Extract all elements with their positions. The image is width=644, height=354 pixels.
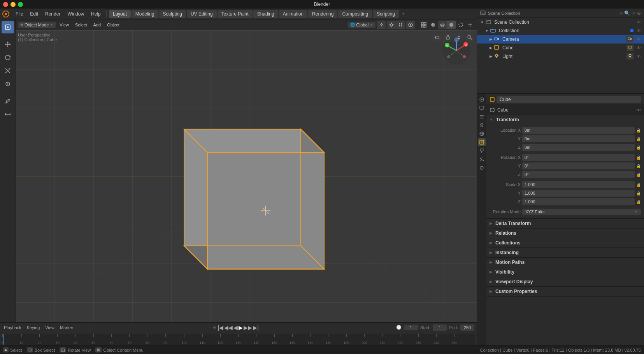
object-name-input[interactable] <box>497 96 641 103</box>
current-frame-input[interactable] <box>404 325 418 330</box>
scale-x-lock[interactable]: 🔒 <box>636 183 641 187</box>
keying-menu[interactable]: Keying <box>25 325 42 330</box>
tool-scale[interactable] <box>2 65 14 77</box>
location-y-input[interactable] <box>522 135 635 142</box>
relations-header[interactable]: ▶ Relations <box>486 228 644 238</box>
workspace-shading[interactable]: Shading <box>253 10 278 18</box>
shader-icon[interactable] <box>429 21 437 29</box>
zoom-search-icon[interactable] <box>465 33 474 42</box>
tool-transform[interactable] <box>2 78 14 90</box>
tool-annotate[interactable] <box>2 95 14 107</box>
select-menu[interactable]: Select <box>73 22 89 28</box>
end-frame-input[interactable] <box>460 324 474 331</box>
workspace-animation[interactable]: Animation <box>279 10 307 18</box>
tool-move[interactable] <box>2 38 14 51</box>
outliner-new-icon[interactable]: ⊕ <box>637 10 641 16</box>
delta-transform-header[interactable]: ▶ Delta Transform <box>486 219 644 228</box>
menu-window[interactable]: Window <box>64 10 87 18</box>
instancing-header[interactable]: ▶ Instancing <box>486 248 644 257</box>
mode-selector[interactable]: ⊕ Object Mode ▼ <box>18 22 56 28</box>
rotation-z-lock[interactable]: 🔒 <box>636 173 641 177</box>
props-view-layer-icon[interactable] <box>478 113 486 120</box>
start-frame-input[interactable] <box>433 324 447 331</box>
outliner-light[interactable]: ▶ Light 👁 <box>477 52 644 61</box>
rotation-x-input[interactable] <box>522 154 635 161</box>
rotation-y-lock[interactable]: 🔒 <box>636 164 641 168</box>
view-menu[interactable]: View <box>57 22 71 28</box>
tool-rotate[interactable] <box>2 51 14 64</box>
visibility-header[interactable]: ▶ Visibility <box>486 267 644 277</box>
light-eye[interactable]: 👁 <box>637 54 641 59</box>
outliner-cube[interactable]: ▶ Cube 👁 <box>477 44 644 52</box>
transform-section-header[interactable]: ▼ Transform <box>486 115 644 124</box>
snap-options[interactable] <box>396 21 405 29</box>
tool-select[interactable] <box>2 21 14 33</box>
motion-paths-header[interactable]: ▶ Motion Paths <box>486 258 644 267</box>
workspace-uv-editing[interactable]: UV Editing <box>187 10 217 18</box>
prev-keyframe-btn[interactable]: ◀◀ <box>224 324 233 331</box>
lock-view-icon[interactable] <box>443 33 453 42</box>
gizmo-toggle[interactable] <box>466 21 474 29</box>
menu-help[interactable]: Help <box>88 10 104 18</box>
location-x-input[interactable] <box>522 127 635 134</box>
tool-measure[interactable] <box>2 108 14 120</box>
workspace-compositing[interactable]: Compositing <box>338 10 372 18</box>
outliner-filter-icon[interactable]: ≡ <box>620 10 623 16</box>
props-particles-icon[interactable] <box>478 155 486 163</box>
location-z-input[interactable] <box>522 144 635 151</box>
props-render-icon[interactable] <box>478 96 486 103</box>
props-physics-icon[interactable] <box>478 164 486 172</box>
workspace-rendering[interactable]: Rendering <box>308 10 337 18</box>
object-menu[interactable]: Object <box>105 22 122 28</box>
maximize-button[interactable] <box>18 2 23 7</box>
location-y-lock[interactable]: 🔒 <box>636 137 641 141</box>
workspace-scripting[interactable]: Scripting <box>373 10 399 18</box>
playback-menu[interactable]: Playback <box>2 325 23 330</box>
viewport-display-header[interactable]: ▶ Viewport Display <box>486 277 644 286</box>
add-menu[interactable]: Add <box>91 22 104 28</box>
scale-z-input[interactable] <box>522 198 635 205</box>
workspace-layout[interactable]: Layout <box>109 10 131 18</box>
collections-header[interactable]: ▶ Collections <box>486 238 644 248</box>
props-modifiers-icon[interactable] <box>478 147 486 155</box>
scene-collection-eye[interactable]: 👁 <box>637 20 641 24</box>
pivot-point[interactable]: ⊹ <box>377 21 386 29</box>
rotation-y-input[interactable] <box>522 162 635 169</box>
jump-end-btn[interactable]: ▶| <box>253 324 259 331</box>
cube-eye[interactable]: 👁 <box>637 45 641 50</box>
outliner-camera[interactable]: ▶ Camera 👁 <box>477 35 644 44</box>
location-z-lock[interactable]: 🔒 <box>636 145 641 150</box>
workspace-modeling[interactable]: Modeling <box>132 10 158 18</box>
add-workspace-button[interactable]: + <box>400 10 407 18</box>
fly-walk-icon[interactable] <box>454 33 463 42</box>
minimize-button[interactable] <box>11 2 16 7</box>
timeline-ruler[interactable]: 0 10 20 30 40 50 60 70 80 90 100 110 120… <box>0 332 477 346</box>
wireframe-mode[interactable] <box>438 21 447 29</box>
workspace-texture-paint[interactable]: Texture Paint <box>218 10 253 18</box>
editor-type-icon[interactable] <box>419 21 428 29</box>
snap-button[interactable] <box>387 21 396 29</box>
menu-edit[interactable]: Edit <box>27 10 41 18</box>
main-viewport[interactable]: User Perspective (1) Collection | Cube <box>16 30 477 322</box>
outliner-collection[interactable]: ▼ Collection 👁 <box>477 26 644 35</box>
menu-file[interactable]: File <box>12 10 26 18</box>
scale-y-lock[interactable]: 🔒 <box>636 191 641 195</box>
rotation-mode-value[interactable]: XYZ Euler ▼ <box>522 209 641 215</box>
next-keyframe-btn[interactable]: ▶▶ <box>244 324 252 331</box>
proportional-edit[interactable] <box>406 21 415 29</box>
close-button[interactable] <box>3 2 8 7</box>
overlay-toggle[interactable] <box>456 21 465 29</box>
camera-eye[interactable]: 👁 <box>637 37 641 42</box>
jump-start-btn[interactable]: |◀ <box>218 324 223 331</box>
outliner-sync-icon[interactable]: ⟳ <box>632 10 635 16</box>
props-world-icon[interactable] <box>478 130 486 138</box>
props-scene-icon[interactable] <box>478 121 486 129</box>
solid-mode[interactable] <box>447 21 456 29</box>
scale-z-lock[interactable]: 🔒 <box>636 200 641 204</box>
play-forward-btn[interactable]: ▶ <box>239 324 243 331</box>
transform-orientation[interactable]: 🌐 Global ▼ <box>348 22 376 28</box>
rotation-x-lock[interactable]: 🔒 <box>636 155 641 160</box>
collection-eye[interactable]: 👁 <box>637 28 641 33</box>
view-menu-timeline[interactable]: View <box>44 325 56 330</box>
location-x-lock[interactable]: 🔒 <box>636 128 641 133</box>
